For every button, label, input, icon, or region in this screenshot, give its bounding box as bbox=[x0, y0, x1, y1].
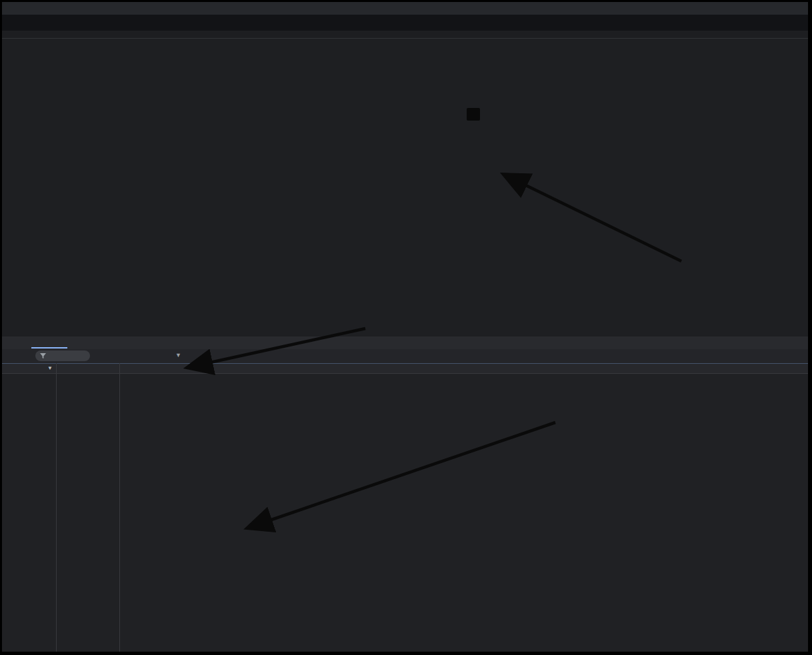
bottom-tabbar bbox=[0, 336, 812, 350]
timeline-minimap[interactable] bbox=[0, 0, 812, 15]
bottom-up-table bbox=[0, 374, 812, 655]
task-tooltip bbox=[467, 108, 480, 121]
devtools-performance-panel: ▼ ▼ bbox=[0, 0, 812, 655]
column-divider[interactable] bbox=[119, 363, 120, 655]
screenshot-filmstrip[interactable] bbox=[0, 15, 812, 31]
sort-desc-icon[interactable]: ▼ bbox=[47, 365, 53, 371]
filter-input[interactable] bbox=[35, 350, 90, 361]
timeline-tracks[interactable] bbox=[0, 38, 812, 335]
filter-funnel-icon bbox=[40, 353, 46, 359]
table-header: ▼ bbox=[0, 363, 812, 374]
column-divider[interactable] bbox=[56, 363, 57, 655]
bottom-toolbar: ▼ bbox=[0, 349, 812, 363]
active-tab-underline bbox=[31, 347, 67, 348]
tooltip-type bbox=[471, 110, 475, 118]
chevron-down-icon: ▼ bbox=[175, 352, 181, 358]
